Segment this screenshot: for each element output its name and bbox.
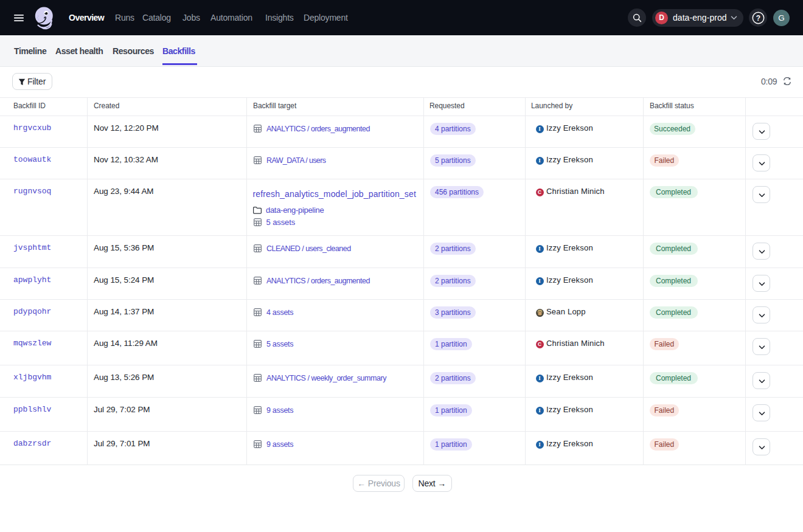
svg-text:?: ? xyxy=(756,13,760,22)
